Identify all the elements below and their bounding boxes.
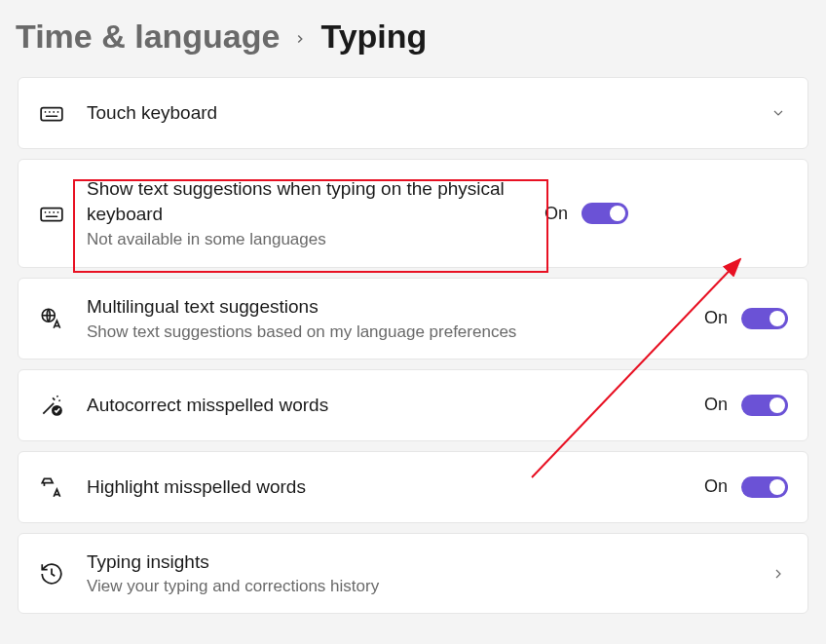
svg-rect-0 bbox=[41, 108, 62, 121]
multilingual-title: Multilingual text suggestions bbox=[87, 294, 704, 320]
autocorrect-title: Autocorrect misspelled words bbox=[87, 393, 704, 418]
keyboard-icon bbox=[38, 99, 65, 127]
text-suggestions-row: Show text suggestions when typing on the… bbox=[18, 159, 808, 268]
touch-keyboard-title: Touch keyboard bbox=[87, 100, 769, 126]
multilingual-state: On bbox=[704, 308, 728, 328]
highlight-text-icon bbox=[38, 474, 65, 501]
breadcrumb-current: Typing bbox=[320, 18, 427, 56]
typing-insights-text: Typing insights View your typing and cor… bbox=[87, 549, 769, 598]
autocorrect-state: On bbox=[704, 395, 728, 415]
highlight-misspelled-title: Highlight misspelled words bbox=[87, 474, 704, 500]
highlight-misspelled-state: On bbox=[704, 476, 728, 497]
text-suggestions-subtitle: Not available in some languages bbox=[87, 229, 544, 250]
highlight-misspelled-row: Highlight misspelled words On bbox=[18, 451, 808, 523]
breadcrumb-parent[interactable]: Time & language bbox=[16, 18, 280, 56]
chevron-right-icon bbox=[293, 26, 307, 52]
touch-keyboard-row[interactable]: Touch keyboard bbox=[18, 77, 808, 149]
highlight-misspelled-text: Highlight misspelled words bbox=[87, 474, 704, 500]
wand-check-icon bbox=[38, 392, 65, 419]
multilingual-subtitle: Show text suggestions based on my langua… bbox=[87, 322, 704, 343]
globe-translate-icon bbox=[38, 305, 65, 332]
multilingual-row: Multilingual text suggestions Show text … bbox=[18, 278, 808, 360]
highlight-misspelled-toggle[interactable] bbox=[741, 476, 788, 498]
autocorrect-row: Autocorrect misspelled words On bbox=[18, 369, 808, 441]
history-icon bbox=[38, 560, 65, 587]
text-suggestions-state: On bbox=[544, 204, 568, 224]
keyboard-icon bbox=[38, 200, 65, 227]
typing-insights-row[interactable]: Typing insights View your typing and cor… bbox=[18, 533, 808, 615]
typing-insights-title: Typing insights bbox=[87, 549, 769, 575]
typing-insights-subtitle: View your typing and corrections history bbox=[87, 576, 769, 597]
multilingual-text: Multilingual text suggestions Show text … bbox=[87, 294, 704, 343]
autocorrect-toggle[interactable] bbox=[741, 395, 788, 416]
touch-keyboard-text: Touch keyboard bbox=[87, 100, 769, 126]
text-suggestions-toggle[interactable] bbox=[582, 203, 628, 224]
settings-list: Touch keyboard Show text suggestions whe… bbox=[0, 63, 826, 614]
multilingual-toggle[interactable] bbox=[741, 308, 788, 329]
chevron-right-icon bbox=[769, 564, 788, 584]
breadcrumb: Time & language Typing bbox=[0, 0, 826, 63]
svg-rect-6 bbox=[41, 208, 62, 221]
text-suggestions-text: Show text suggestions when typing on the… bbox=[87, 176, 544, 249]
text-suggestions-title: Show text suggestions when typing on the… bbox=[87, 176, 544, 226]
autocorrect-text: Autocorrect misspelled words bbox=[87, 393, 704, 418]
chevron-down-icon bbox=[769, 103, 788, 123]
